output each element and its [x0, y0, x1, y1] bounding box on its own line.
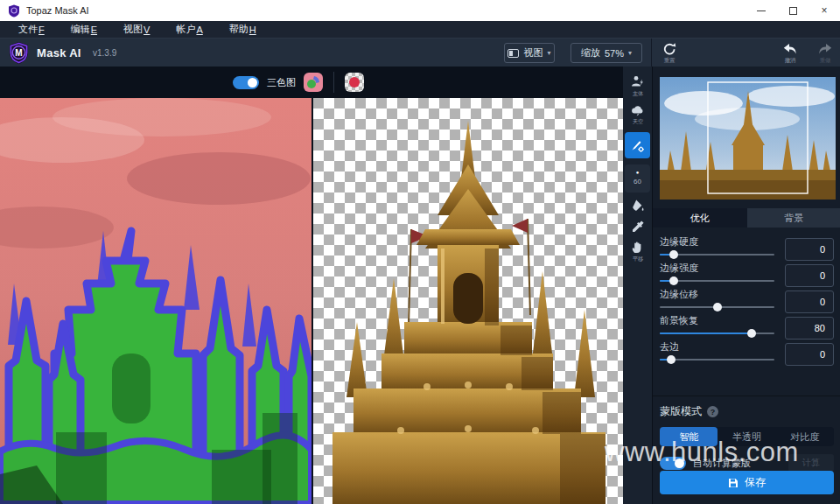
- toolbar-separator: [651, 38, 652, 66]
- minimize-button[interactable]: [746, 0, 777, 21]
- canvas-area: 三色图: [0, 66, 623, 504]
- slider-value-field[interactable]: 0: [785, 290, 834, 313]
- fill-tool-button[interactable]: [630, 199, 645, 214]
- settings-panel: 优化 背景 边缘硬度 0 边缘强度 0 边缘位移 0 前景恢复 80: [652, 66, 840, 504]
- zoom-label: 缩放: [581, 46, 600, 60]
- mask-mode-options: 智能 半透明 对比度: [660, 427, 834, 446]
- topaz-mask-ai-window: Topaz Mask AI × 文件F 编辑E 视图V 帐户A 帮助H M Ma…: [0, 0, 840, 504]
- auto-compute-label: 自动计算蒙版: [693, 457, 751, 470]
- brush-size-value: 60: [634, 178, 641, 186]
- mask-ai-logo-icon: M: [7, 41, 31, 68]
- slider-edge-shift: 边缘位移 0: [660, 289, 834, 315]
- slider-knob[interactable]: [669, 250, 678, 259]
- subject-tool-button[interactable]: 主体: [631, 75, 644, 98]
- slider-knob[interactable]: [713, 303, 722, 312]
- trimap-image[interactable]: [0, 98, 312, 504]
- sky-tool-button[interactable]: 天空: [631, 104, 645, 126]
- auto-compute-row: 自动计算蒙版 计算: [660, 454, 834, 472]
- single-view-icon: [508, 49, 519, 58]
- slider-value-field[interactable]: 80: [785, 317, 834, 340]
- chevron-down-icon: ▾: [547, 49, 550, 57]
- slider-track[interactable]: [660, 306, 774, 308]
- svg-text:M: M: [15, 48, 22, 58]
- slider-value-field[interactable]: 0: [785, 238, 834, 261]
- app-shield-icon: [8, 4, 20, 18]
- save-button[interactable]: 保存: [660, 471, 834, 494]
- app-version: v1.3.9: [93, 48, 116, 58]
- mode-smart-button[interactable]: 智能: [660, 427, 718, 446]
- slider-track[interactable]: [660, 359, 774, 360]
- paint-bucket-icon: [630, 199, 645, 214]
- slider-track[interactable]: [660, 254, 774, 256]
- tab-refine[interactable]: 优化: [653, 208, 747, 228]
- view-mode-button[interactable]: 视图 ▾: [504, 43, 555, 63]
- close-icon: ×: [821, 5, 827, 16]
- menu-account[interactable]: 帐户A: [163, 21, 215, 38]
- save-floppy-icon: [728, 478, 738, 488]
- reset-button[interactable]: 重置: [654, 42, 684, 65]
- maximize-button[interactable]: [777, 0, 808, 21]
- slider-knob[interactable]: [667, 355, 676, 364]
- menubar: 文件F 编辑E 视图V 帐户A 帮助H: [0, 21, 840, 38]
- refine-sliders: 边缘硬度 0 边缘强度 0 边缘位移 0 前景恢复 80 去边: [660, 236, 834, 368]
- minimize-icon: [757, 10, 766, 11]
- canvas-view-controls: 三色图: [0, 66, 623, 98]
- slider-track[interactable]: [660, 280, 774, 282]
- titlebar: Topaz Mask AI ×: [0, 0, 840, 21]
- maximize-icon: [789, 7, 797, 15]
- subject-person-icon: [631, 75, 644, 88]
- redo-button[interactable]: 重做: [810, 42, 840, 65]
- brush-tool-button-selected[interactable]: [625, 132, 650, 158]
- tool-strip: 主体 天空 ● 60: [623, 66, 652, 504]
- undo-icon: [782, 42, 798, 56]
- slider-defringe: 去边 0: [660, 341, 834, 368]
- navigator-thumbnail[interactable]: [660, 77, 836, 200]
- slider-knob[interactable]: [669, 276, 678, 285]
- slider-track[interactable]: [660, 332, 774, 334]
- masked-result-image[interactable]: [313, 98, 623, 504]
- close-button[interactable]: ×: [808, 0, 840, 21]
- mask-mode-section: 蒙版模式 ? 智能 半透明 对比度 自动计算蒙版 计算: [653, 396, 840, 472]
- slider-edge-hardness: 边缘硬度 0: [660, 236, 834, 262]
- toggle-knob: [675, 458, 684, 468]
- window-title: Topaz Mask AI: [26, 5, 89, 16]
- save-label: 保存: [745, 475, 766, 490]
- toolbar: M Mask AI v1.3.9 视图 ▾ 缩放 57% ▾ 重置: [0, 38, 840, 66]
- help-icon[interactable]: ?: [707, 406, 718, 417]
- trimap-toggle-label: 三色图: [267, 76, 296, 89]
- slider-value-field[interactable]: 0: [785, 343, 834, 366]
- mode-contrast-button[interactable]: 对比度: [776, 427, 834, 446]
- toggle-knob: [248, 78, 257, 88]
- menu-view[interactable]: 视图V: [110, 21, 163, 38]
- tab-background[interactable]: 背景: [747, 208, 840, 228]
- hand-icon: [631, 240, 644, 254]
- app-name: Mask AI: [37, 46, 81, 60]
- mask-mode-label: 蒙版模式: [660, 404, 702, 419]
- pan-tool-button[interactable]: 平移: [631, 240, 644, 263]
- menu-edit[interactable]: 编辑E: [58, 21, 110, 38]
- sky-cloud-icon: [631, 104, 645, 116]
- auto-compute-toggle[interactable]: [660, 457, 686, 470]
- trimap-toggle[interactable]: [233, 76, 259, 89]
- slider-edge-strength: 边缘强度 0: [660, 262, 834, 289]
- zoom-value: 57%: [605, 48, 624, 59]
- eyedropper-icon: [631, 220, 645, 234]
- undo-button[interactable]: 撤消: [775, 42, 805, 65]
- redo-icon: [817, 42, 833, 56]
- mask-view-icon[interactable]: [345, 73, 364, 92]
- eyedropper-tool-button[interactable]: [631, 220, 645, 234]
- panel-tabs: 优化 背景: [653, 208, 840, 228]
- brush-size-indicator[interactable]: ● 60: [625, 164, 650, 192]
- slider-knob[interactable]: [747, 329, 756, 338]
- slider-foreground-recovery: 前景恢复 80: [660, 315, 834, 341]
- slider-value-field[interactable]: 0: [785, 264, 834, 287]
- mode-translucent-button[interactable]: 半透明: [718, 427, 775, 446]
- trimap-view-icon[interactable]: [304, 73, 323, 92]
- menu-file[interactable]: 文件F: [5, 21, 58, 38]
- compute-button-disabled[interactable]: 计算: [788, 454, 834, 472]
- menu-help[interactable]: 帮助H: [216, 21, 270, 38]
- brush-dot-icon: ●: [636, 172, 640, 174]
- zoom-control[interactable]: 缩放 57% ▾: [570, 43, 642, 63]
- divider: [333, 72, 334, 93]
- reset-icon: [662, 42, 677, 56]
